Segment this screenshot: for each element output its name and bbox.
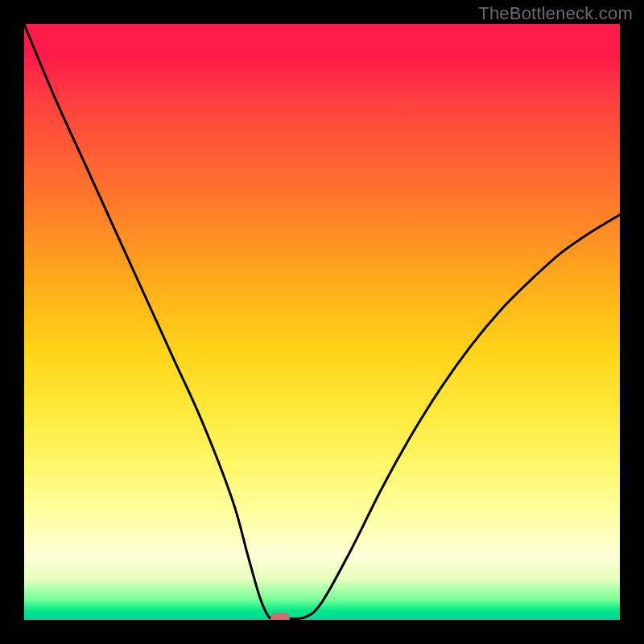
bottleneck-curve [24,24,620,619]
optimal-point-marker [270,613,290,620]
attribution-label: TheBottleneck.com [478,3,633,24]
chart-container: TheBottleneck.com [0,0,644,644]
curve-layer [24,24,620,620]
plot-area [24,24,620,620]
